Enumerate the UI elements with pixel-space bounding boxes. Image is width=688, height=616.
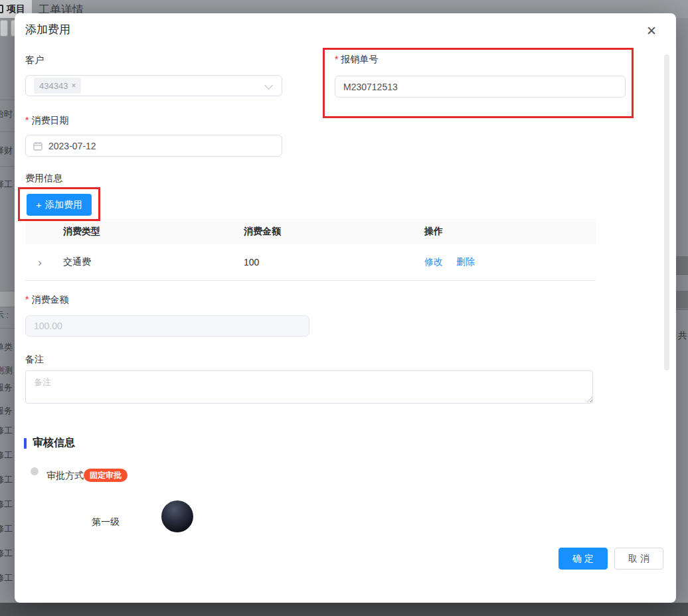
col-header-type: 消费类型	[54, 226, 235, 238]
background-row-band	[0, 291, 15, 307]
remark-label: 备注	[25, 354, 44, 366]
section-bar-icon	[24, 438, 27, 449]
background-divider	[0, 166, 15, 167]
date-value: 2023-07-12	[48, 141, 96, 151]
close-icon[interactable]: ✕	[643, 23, 660, 40]
background-text-fragment: 择财	[0, 145, 13, 157]
background-text-fragment: 服务	[0, 382, 13, 394]
cell-expense-type: 交通费	[54, 256, 235, 268]
background-text-fragment: 修工	[0, 425, 13, 437]
date-picker[interactable]: 2023-07-12	[25, 135, 282, 157]
background-text-fragment: 修工	[0, 449, 13, 461]
background-row-band	[676, 256, 688, 274]
background-text-fragment: 始时	[0, 108, 13, 120]
modal-title: 添加费用	[25, 22, 70, 37]
expense-table: 消费类型 消费金额 操作 › 交通费 100 修改 删除	[25, 219, 596, 281]
reimburse-label: *报销单号	[335, 54, 378, 66]
table-header-row: 消费类型 消费金额 操作	[25, 219, 596, 244]
add-expense-button[interactable]: + 添加费用	[27, 194, 92, 216]
background-divider	[0, 307, 15, 307]
cancel-button[interactable]: 取 消	[614, 548, 663, 570]
background-text-fragment: 择工	[0, 179, 13, 191]
app-logo-icon	[0, 5, 3, 13]
background-text-fragment: 测测	[0, 364, 13, 376]
customer-label: 客户	[25, 54, 44, 66]
approval-level-label: 第一级	[92, 516, 120, 528]
background-text-fragment: 服务	[0, 405, 13, 417]
approver-avatar	[161, 501, 193, 532]
expense-section-label: 费用信息	[25, 173, 62, 185]
plus-icon: +	[36, 199, 42, 210]
background-text-fragment: 修工	[0, 572, 13, 584]
remark-textarea[interactable]	[25, 370, 593, 404]
background-text-fragment: 修工	[0, 548, 13, 560]
background-divider	[676, 274, 688, 275]
tag-remove-icon[interactable]: ×	[71, 81, 76, 90]
background-divider	[676, 309, 688, 310]
delete-link[interactable]: 删除	[456, 256, 475, 267]
customer-select[interactable]: 434343 ×	[25, 75, 282, 96]
chevron-down-icon	[264, 81, 273, 90]
background-text-fragment: 修工	[0, 523, 13, 535]
edit-link[interactable]: 修改	[424, 256, 443, 267]
background-text-fragment: 修工	[0, 499, 13, 510]
background-text-fragment: 单类	[0, 341, 13, 353]
row-expand-icon[interactable]: ›	[38, 257, 42, 268]
background-bottom-area	[0, 603, 688, 616]
background-divider	[0, 131, 15, 132]
background-text-fragment: 修工	[0, 474, 13, 486]
date-label: *消费日期	[25, 115, 68, 127]
timeline-dot-icon	[31, 467, 39, 475]
calendar-icon	[33, 141, 43, 151]
table-row: › 交通费 100 修改 删除	[25, 244, 596, 281]
customer-tag: 434343 ×	[34, 78, 81, 94]
background-row-band	[676, 291, 688, 309]
amount-input-disabled	[25, 315, 309, 337]
background-divider	[0, 328, 15, 329]
col-header-amount: 消费金额	[235, 226, 416, 238]
background-text-fragment: 共	[678, 330, 687, 342]
amount-label: *消费金额	[25, 294, 68, 306]
background-toolbar-button	[0, 20, 8, 37]
approval-method-label: 审批方式	[46, 470, 84, 482]
background-divider	[0, 100, 15, 100]
background-text-fragment: 示 :	[0, 309, 9, 321]
background-divider	[0, 291, 15, 291]
add-expense-modal: 添加费用 ✕ 客户 434343 × *报销单号 *消费日期 2023-07-1…	[15, 13, 676, 603]
audit-section-title: 审核信息	[24, 436, 75, 450]
reimburse-input[interactable]	[335, 76, 626, 98]
cell-expense-amount: 100	[235, 257, 416, 268]
modal-scrollbar[interactable]	[664, 54, 669, 370]
confirm-button[interactable]: 确 定	[559, 548, 608, 570]
col-header-action: 操作	[416, 226, 596, 238]
approval-method-badge: 固定审批	[84, 469, 128, 482]
